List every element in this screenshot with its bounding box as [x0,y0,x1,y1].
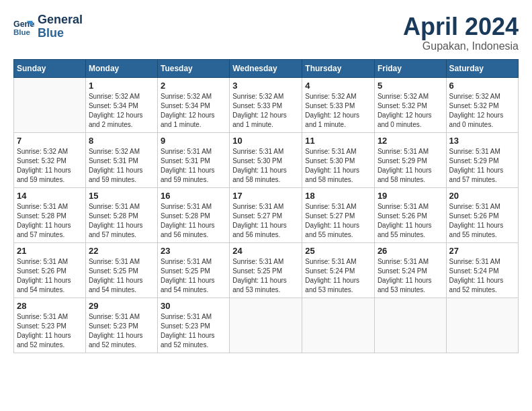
calendar-cell: 24Sunrise: 5:31 AMSunset: 5:25 PMDayligh… [230,242,302,298]
day-number: 2 [161,81,226,91]
day-number: 22 [89,246,154,256]
calendar-cell: 22Sunrise: 5:31 AMSunset: 5:25 PMDayligh… [85,242,157,298]
day-number: 12 [378,136,443,146]
calendar-cell: 1Sunrise: 5:32 AMSunset: 5:34 PMDaylight… [85,77,157,132]
calendar-cell [374,298,446,353]
month-year-title: April 2024 [403,13,519,40]
day-number: 25 [305,246,371,256]
calendar-cell: 8Sunrise: 5:32 AMSunset: 5:31 PMDaylight… [85,132,157,187]
calendar-cell: 16Sunrise: 5:31 AMSunset: 5:28 PMDayligh… [158,187,230,242]
calendar-cell: 27Sunrise: 5:31 AMSunset: 5:24 PMDayligh… [446,242,518,298]
day-info: Sunrise: 5:31 AMSunset: 5:31 PMDaylight:… [161,147,226,185]
day-number: 8 [89,136,154,146]
calendar-table: SundayMondayTuesdayWednesdayThursdayFrid… [13,59,519,353]
day-number: 20 [449,191,515,201]
calendar-cell [230,298,302,353]
day-number: 13 [449,136,515,146]
col-header-sunday: Sunday [14,59,86,77]
col-header-friday: Friday [374,59,446,77]
logo: General Blue General Blue [13,13,83,40]
logo-text-general: General [38,13,83,27]
day-number: 5 [378,81,443,91]
day-info: Sunrise: 5:32 AMSunset: 5:34 PMDaylight:… [161,92,226,130]
day-info: Sunrise: 5:32 AMSunset: 5:33 PMDaylight:… [305,92,371,130]
calendar-cell: 7Sunrise: 5:32 AMSunset: 5:32 PMDaylight… [14,132,86,187]
day-number: 16 [161,191,226,201]
calendar-cell: 20Sunrise: 5:31 AMSunset: 5:26 PMDayligh… [446,187,518,242]
day-info: Sunrise: 5:31 AMSunset: 5:25 PMDaylight:… [161,257,226,295]
day-info: Sunrise: 5:31 AMSunset: 5:24 PMDaylight:… [305,257,371,295]
title-block: April 2024 Gupakan, Indonesia [403,13,519,52]
day-info: Sunrise: 5:31 AMSunset: 5:23 PMDaylight:… [17,312,83,350]
day-info: Sunrise: 5:32 AMSunset: 5:34 PMDaylight:… [89,92,154,130]
day-info: Sunrise: 5:31 AMSunset: 5:29 PMDaylight:… [449,147,515,185]
day-number: 10 [232,136,299,146]
day-info: Sunrise: 5:31 AMSunset: 5:26 PMDaylight:… [378,202,443,240]
calendar-cell: 12Sunrise: 5:31 AMSunset: 5:29 PMDayligh… [374,132,446,187]
day-info: Sunrise: 5:31 AMSunset: 5:24 PMDaylight:… [378,257,443,295]
day-number: 26 [378,246,443,256]
day-info: Sunrise: 5:31 AMSunset: 5:27 PMDaylight:… [305,202,371,240]
day-info: Sunrise: 5:32 AMSunset: 5:32 PMDaylight:… [378,92,443,130]
day-info: Sunrise: 5:31 AMSunset: 5:28 PMDaylight:… [89,202,154,240]
day-info: Sunrise: 5:31 AMSunset: 5:29 PMDaylight:… [378,147,443,185]
day-number: 17 [232,191,299,201]
calendar-cell: 11Sunrise: 5:31 AMSunset: 5:30 PMDayligh… [302,132,375,187]
day-number: 21 [17,246,83,256]
day-info: Sunrise: 5:31 AMSunset: 5:25 PMDaylight:… [89,257,154,295]
day-number: 18 [305,191,371,201]
day-info: Sunrise: 5:31 AMSunset: 5:25 PMDaylight:… [232,257,299,295]
calendar-cell: 18Sunrise: 5:31 AMSunset: 5:27 PMDayligh… [302,187,375,242]
day-info: Sunrise: 5:31 AMSunset: 5:28 PMDaylight:… [17,202,83,240]
day-info: Sunrise: 5:31 AMSunset: 5:26 PMDaylight:… [449,202,515,240]
day-info: Sunrise: 5:31 AMSunset: 5:28 PMDaylight:… [161,202,226,240]
day-number: 19 [378,191,443,201]
day-number: 3 [232,81,299,91]
day-info: Sunrise: 5:31 AMSunset: 5:23 PMDaylight:… [161,312,226,350]
location-subtitle: Gupakan, Indonesia [403,40,519,52]
calendar-cell: 25Sunrise: 5:31 AMSunset: 5:24 PMDayligh… [302,242,375,298]
calendar-cell: 13Sunrise: 5:31 AMSunset: 5:29 PMDayligh… [446,132,518,187]
day-number: 15 [89,191,154,201]
col-header-monday: Monday [85,59,157,77]
day-number: 9 [161,136,226,146]
calendar-cell: 30Sunrise: 5:31 AMSunset: 5:23 PMDayligh… [158,298,230,353]
day-info: Sunrise: 5:32 AMSunset: 5:32 PMDaylight:… [449,92,515,130]
day-number: 7 [17,136,83,146]
day-number: 28 [17,301,83,311]
calendar-cell: 3Sunrise: 5:32 AMSunset: 5:33 PMDaylight… [230,77,302,132]
calendar-cell: 21Sunrise: 5:31 AMSunset: 5:26 PMDayligh… [14,242,86,298]
col-header-thursday: Thursday [302,59,375,77]
col-header-wednesday: Wednesday [230,59,302,77]
calendar-cell: 23Sunrise: 5:31 AMSunset: 5:25 PMDayligh… [158,242,230,298]
col-header-tuesday: Tuesday [158,59,230,77]
calendar-cell: 4Sunrise: 5:32 AMSunset: 5:33 PMDaylight… [302,77,375,132]
day-number: 29 [89,301,154,311]
day-number: 4 [305,81,371,91]
day-number: 30 [161,301,226,311]
calendar-cell: 10Sunrise: 5:31 AMSunset: 5:30 PMDayligh… [230,132,302,187]
day-number: 24 [232,246,299,256]
calendar-week-row: 21Sunrise: 5:31 AMSunset: 5:26 PMDayligh… [14,242,519,298]
day-info: Sunrise: 5:32 AMSunset: 5:32 PMDaylight:… [17,147,83,185]
day-info: Sunrise: 5:31 AMSunset: 5:30 PMDaylight:… [232,147,299,185]
calendar-cell: 15Sunrise: 5:31 AMSunset: 5:28 PMDayligh… [85,187,157,242]
logo-icon: General Blue [13,16,35,38]
logo-text-blue: Blue [38,27,83,40]
calendar-cell: 9Sunrise: 5:31 AMSunset: 5:31 PMDaylight… [158,132,230,187]
calendar-cell: 14Sunrise: 5:31 AMSunset: 5:28 PMDayligh… [14,187,86,242]
calendar-week-row: 14Sunrise: 5:31 AMSunset: 5:28 PMDayligh… [14,187,519,242]
calendar-cell: 5Sunrise: 5:32 AMSunset: 5:32 PMDaylight… [374,77,446,132]
day-info: Sunrise: 5:31 AMSunset: 5:23 PMDaylight:… [89,312,154,350]
day-number: 27 [449,246,515,256]
calendar-cell: 17Sunrise: 5:31 AMSunset: 5:27 PMDayligh… [230,187,302,242]
calendar-header-row: SundayMondayTuesdayWednesdayThursdayFrid… [14,59,519,77]
day-info: Sunrise: 5:31 AMSunset: 5:30 PMDaylight:… [305,147,371,185]
calendar-cell: 6Sunrise: 5:32 AMSunset: 5:32 PMDaylight… [446,77,518,132]
day-number: 1 [89,81,154,91]
calendar-cell: 2Sunrise: 5:32 AMSunset: 5:34 PMDaylight… [158,77,230,132]
calendar-cell: 28Sunrise: 5:31 AMSunset: 5:23 PMDayligh… [14,298,86,353]
calendar-cell: 19Sunrise: 5:31 AMSunset: 5:26 PMDayligh… [374,187,446,242]
calendar-cell [446,298,518,353]
day-info: Sunrise: 5:32 AMSunset: 5:31 PMDaylight:… [89,147,154,185]
